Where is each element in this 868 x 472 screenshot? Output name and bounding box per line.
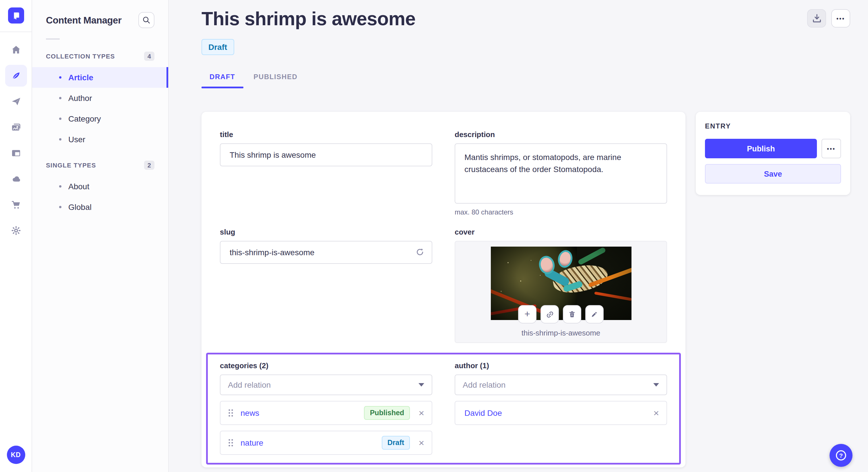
version-tabs: DRAFT PUBLISHED	[202, 73, 850, 88]
link-icon	[545, 309, 555, 319]
relation-status-badge: Published	[364, 406, 410, 420]
cover-filename: this-shrimp-is-awesome	[522, 329, 600, 337]
sidebar-item-article[interactable]: Article	[32, 67, 168, 88]
sidebar-item-user[interactable]: User	[32, 129, 168, 150]
help-button[interactable]: ?	[830, 444, 852, 467]
entry-more-actions-button[interactable]: •••	[822, 139, 841, 158]
combobox-placeholder: Add relation	[228, 380, 271, 390]
logo-container	[0, 0, 32, 32]
rail-settings-button[interactable]	[5, 220, 27, 241]
header-more-actions-button[interactable]: •••	[831, 9, 850, 28]
categories-add-relation-combobox[interactable]: Add relation	[220, 374, 432, 395]
slug-field: slug	[220, 228, 432, 343]
bullet-icon	[59, 76, 61, 78]
sidebar-item-label: Author	[68, 94, 92, 103]
sidebar-item-label: Article	[68, 73, 93, 82]
strapi-logo-icon[interactable]	[8, 7, 24, 24]
pencil-icon	[590, 310, 599, 319]
delete-asset-button[interactable]	[563, 305, 581, 324]
user-avatar[interactable]: KD	[7, 446, 25, 464]
description-label: description	[455, 130, 667, 139]
tab-draft[interactable]: DRAFT	[202, 73, 243, 88]
entry-panel-title: ENTRY	[705, 122, 841, 130]
relation-row-news: news Published ×	[220, 401, 432, 425]
edit-asset-button[interactable]	[585, 305, 603, 324]
relation-link-david-doe[interactable]: David Doe	[464, 408, 645, 417]
close-icon: ×	[418, 407, 424, 418]
remove-relation-button[interactable]: ×	[418, 438, 424, 448]
author-add-relation-combobox[interactable]: Add relation	[455, 374, 667, 395]
search-icon	[142, 15, 151, 25]
rail-cloud-button[interactable]	[5, 168, 27, 190]
drag-dots-icon	[228, 438, 234, 447]
relation-link-nature[interactable]: nature	[241, 438, 382, 447]
rail-marketplace-button[interactable]	[5, 194, 27, 216]
title-field: title	[220, 130, 432, 216]
rail-media-library-button[interactable]	[5, 116, 27, 138]
export-download-button[interactable]	[807, 9, 826, 28]
description-field: description Mantis shrimps, or stomatopo…	[455, 130, 667, 216]
cover-actions-toolbar: +	[518, 305, 603, 324]
title-input[interactable]	[220, 143, 432, 166]
relation-link-news[interactable]: news	[241, 408, 364, 417]
author-field: author (1) Add relation David Doe ×	[455, 361, 667, 455]
rail-releases-button[interactable]	[5, 91, 27, 112]
collection-types-count-badge: 4	[144, 52, 154, 61]
modified-relations-zone: categories (2) Add relation news Publ	[206, 353, 681, 465]
publish-button[interactable]: Publish	[705, 139, 817, 158]
bullet-icon	[59, 206, 61, 208]
edit-form-card: title description Mantis shrimps, or sto…	[202, 112, 685, 467]
app-window: KD Content Manager COLLECTION TYPES 4 Ar…	[0, 0, 868, 472]
save-button[interactable]: Save	[705, 164, 841, 183]
sidebar-item-category[interactable]: Category	[32, 108, 168, 129]
gear-icon	[10, 225, 22, 236]
svg-text:?: ?	[839, 452, 843, 459]
home-icon	[10, 44, 22, 56]
slug-input[interactable]	[220, 241, 432, 264]
collection-types-header: COLLECTION TYPES 4	[46, 49, 154, 64]
tab-published[interactable]: PUBLISHED	[245, 73, 305, 88]
shopping-cart-icon	[10, 199, 22, 210]
content-manager-sidebar: Content Manager COLLECTION TYPES 4 Artic…	[32, 0, 169, 472]
status-badge: Draft	[202, 39, 234, 55]
description-textarea[interactable]: Mantis shrimps, or stomatopods, are mari…	[455, 143, 667, 204]
page-title: This shrimp is awesome	[202, 8, 415, 30]
single-types-list: About Global	[32, 176, 168, 217]
sidebar-item-global[interactable]: Global	[32, 197, 168, 217]
drag-handle[interactable]	[228, 438, 234, 447]
bullet-icon	[59, 185, 61, 188]
chevron-down-icon	[418, 383, 424, 386]
sidebar-item-label: Category	[68, 114, 101, 123]
cover-card: +	[455, 241, 667, 343]
drag-dots-icon	[228, 408, 234, 417]
author-label: author (1)	[455, 361, 667, 370]
question-mark-icon: ?	[835, 449, 847, 462]
remove-relation-button[interactable]: ×	[653, 408, 659, 418]
combobox-placeholder: Add relation	[463, 380, 505, 390]
rail-content-type-builder-button[interactable]	[5, 142, 27, 164]
remove-relation-button[interactable]: ×	[418, 408, 424, 418]
feather-pen-icon	[10, 70, 22, 81]
search-button[interactable]	[138, 12, 154, 28]
bullet-icon	[59, 97, 61, 99]
cloud-icon	[10, 173, 22, 185]
add-asset-button[interactable]: +	[518, 305, 536, 324]
close-icon: ×	[418, 437, 424, 448]
rail-content-manager-button[interactable]	[5, 65, 27, 87]
cover-label: cover	[455, 228, 667, 236]
rail-home-button[interactable]	[5, 39, 27, 61]
sidebar-item-author[interactable]: Author	[32, 88, 168, 108]
bullet-icon	[59, 138, 61, 140]
close-icon: ×	[653, 407, 659, 418]
sidebar-item-about[interactable]: About	[32, 176, 168, 197]
relation-row-david-doe: David Doe ×	[455, 401, 667, 425]
copy-link-button[interactable]	[540, 305, 559, 324]
media-library-icon	[10, 122, 22, 133]
single-types-header: SINGLE TYPES 2	[46, 158, 154, 173]
sidebar-item-label: About	[68, 182, 89, 191]
drag-handle[interactable]	[228, 408, 234, 417]
paper-plane-icon	[10, 96, 22, 107]
categories-field: categories (2) Add relation news Publ	[220, 361, 432, 455]
regenerate-slug-button[interactable]	[414, 247, 425, 260]
title-label: title	[220, 130, 432, 139]
